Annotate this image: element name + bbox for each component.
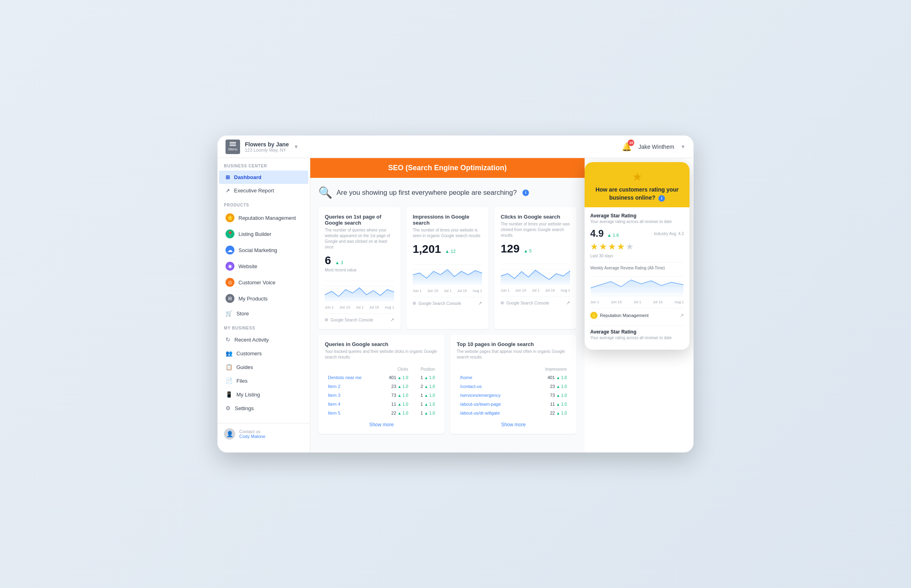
business-name: Flowers by Jane (245, 141, 289, 148)
customers-icon: 👥 (226, 350, 232, 357)
my-products-icon: ⊞ (226, 294, 234, 303)
sidebar-item-listing[interactable]: 📍 Listing Builder (219, 226, 308, 242)
listing-icon: 📍 (226, 229, 234, 238)
sidebar-item-website[interactable]: ◉ Website (219, 258, 308, 274)
rep-avg-sub2: Your average rating across all reviews t… (590, 336, 684, 340)
table-row: /services/emergency 73 ▲ 1.0 (458, 391, 569, 399)
stat-title-clicks: Clicks in Google search (501, 214, 570, 220)
rep-header: ★ How are customers rating your business… (585, 162, 690, 207)
queries-table-card: Queries in Google search Your tracked qu… (318, 335, 445, 434)
customer-voice-icon: ◎ (226, 278, 234, 287)
stat-desc-impressions: The number of times your website is seen… (413, 227, 482, 239)
sidebar-item-customer-voice[interactable]: ◎ Customer Voice (219, 274, 308, 290)
queries-table: Clicks Position Dentists near me 401 ▲ 1… (325, 365, 438, 418)
store-icon: 🛒 (226, 310, 232, 317)
top-bar-right: 🔔 10 Jake Winthem ▼ (622, 142, 685, 152)
rep-divider (590, 262, 684, 263)
contact-name: Cody Malone (239, 434, 265, 439)
sidebar-item-settings[interactable]: ⚙ Settings (219, 401, 308, 415)
notification-count: 10 (628, 140, 634, 146)
rep-chart (590, 273, 684, 297)
pages-table-desc: The website pages that appear most often… (457, 349, 570, 360)
sidebar-item-customers[interactable]: 👥 Customers (219, 346, 308, 360)
rep-source-row: ⭐ Reputation Management ↗ (590, 308, 684, 322)
rep-source-icon: ⭐ (590, 312, 598, 319)
business-info: Flowers by Jane 123 Loomly Way, NY (245, 141, 289, 152)
dashboard-icon: ⊞ (226, 174, 230, 180)
rep-avg-title2: Average Star Rating (590, 329, 684, 335)
rep-period: Last 30 days (590, 254, 684, 258)
stat-desc-queries: The number of queries where your website… (325, 227, 394, 250)
chart-source-impressions: Google Search Console ↗ (413, 297, 482, 306)
stat-value-queries: 6 (325, 254, 331, 267)
sidebar-item-recent-activity[interactable]: ↻ Recent Activity (219, 333, 308, 346)
chart-clicks (501, 259, 570, 287)
table-row: /about-us/dr-willgate 22 ▲ 1.0 (458, 409, 569, 417)
rep-ext-link[interactable]: ↗ (680, 313, 684, 318)
pages-show-more[interactable]: Show more (457, 422, 570, 427)
rep-rating-row: 4.9 ▲ 1.6 Industry Avg. 4.2 (590, 228, 684, 239)
sidebar-item-store[interactable]: 🛒 Store (219, 307, 308, 320)
recent-activity-icon: ↻ (226, 336, 230, 343)
sidebar-item-my-products[interactable]: ⊞ My Products (219, 290, 308, 307)
top-bar: Menu Flowers by Jane 123 Loomly Way, NY … (217, 136, 694, 158)
content-header: SEO (Search Engine Optimization) (310, 158, 585, 178)
contact-section: 👤 Contact us Cody Malone (217, 423, 310, 444)
menu-button[interactable]: Menu (226, 140, 240, 154)
my-products-label: My Products (238, 296, 267, 302)
rep-info-badge[interactable]: i (658, 195, 665, 202)
pages-table-title: Top 10 pages in Google search (457, 341, 570, 347)
notification-bell[interactable]: 🔔 10 (622, 142, 632, 152)
table-row: Dentists near me 401 ▲ 1.0 1 ▲ 1.0 (326, 373, 437, 382)
customer-voice-label: Customer Voice (238, 279, 276, 286)
files-icon: 📄 (226, 377, 232, 384)
stat-card-clicks: Clicks in Google search The number of ti… (494, 207, 577, 329)
rep-divider2 (590, 325, 684, 326)
table-row: Item 4 11 ▲ 1.0 1 ▲ 1.0 (326, 400, 437, 408)
sidebar-item-my-listing[interactable]: 📱 My Listing (219, 388, 308, 401)
rep-source-label: Reputation Management (600, 313, 648, 318)
listing-label: Listing Builder (238, 231, 272, 237)
user-dropdown-icon[interactable]: ▼ (681, 144, 685, 150)
top-bar-left: Menu Flowers by Jane 123 Loomly Way, NY … (226, 140, 299, 154)
guides-icon: 📋 (226, 364, 232, 370)
table-row: Item 5 22 ▲ 1.0 1 ▲ 1.0 (326, 409, 437, 417)
sidebar-section-business-center: BUSINESS CENTER (217, 158, 310, 171)
chart-source-clicks: Google Search Console ↗ (501, 296, 570, 306)
rep-stars: ★★★★★ (590, 242, 684, 252)
reputation-icon: ⭐ (226, 213, 234, 222)
sidebar-section-my-business: MY BUSINESS (217, 320, 310, 333)
my-listing-label: My Listing (236, 392, 260, 398)
pages-table: Impressions /home 401 ▲ 1.0 /contact-us (457, 365, 570, 418)
queries-show-more[interactable]: Show more (325, 422, 438, 427)
business-dropdown-icon[interactable]: ▼ (294, 144, 299, 150)
guides-label: Guides (236, 364, 253, 370)
sidebar-item-reputation[interactable]: ⭐ Reputation Management (219, 210, 308, 226)
device-frame: Menu Flowers by Jane 123 Loomly Way, NY … (217, 136, 694, 452)
stat-card-queries: Queries on 1st page of Google search The… (318, 207, 401, 329)
sidebar-item-dashboard[interactable]: ⊞ Dashboard (219, 171, 308, 184)
stat-value-impressions: 1,201 (413, 243, 441, 256)
main-layout: BUSINESS CENTER ⊞ Dashboard ↗ Executive … (217, 158, 694, 452)
chart-impressions (413, 259, 482, 287)
settings-label: Settings (235, 405, 254, 411)
stat-delta-impressions: 12 (445, 249, 456, 254)
rep-rating-delta: ▲ 1.6 (607, 233, 619, 238)
table-row: /home 401 ▲ 1.0 (458, 373, 569, 382)
sidebar-item-files[interactable]: 📄 Files (219, 374, 308, 388)
table-row: Item 2 23 ▲ 1.0 2 ▲ 1.0 (326, 382, 437, 390)
seo-info-badge[interactable]: i (522, 190, 529, 196)
business-address: 123 Loomly Way, NY (245, 148, 289, 152)
reputation-panel: ★ How are customers rating your business… (585, 162, 690, 350)
seo-search-icon: 🔍 (318, 186, 332, 199)
sidebar-item-guides[interactable]: 📋 Guides (219, 360, 308, 374)
sidebar-section-products: PRODUCTS (217, 197, 310, 210)
sidebar-item-executive-report[interactable]: ↗ Executive Report (219, 184, 308, 197)
seo-question: Are you showing up first everywhere peop… (336, 189, 517, 197)
stat-desc-clicks: The number of times your website was cli… (501, 221, 570, 238)
sidebar-item-social[interactable]: ☁ Social Marketing (219, 242, 308, 258)
website-label: Website (238, 263, 257, 269)
stat-card-impressions: Impressions in Google search The number … (406, 207, 489, 329)
stat-delta-clicks: 5 (524, 248, 532, 253)
content-area: SEO (Search Engine Optimization) 🔍 Are y… (310, 158, 585, 452)
